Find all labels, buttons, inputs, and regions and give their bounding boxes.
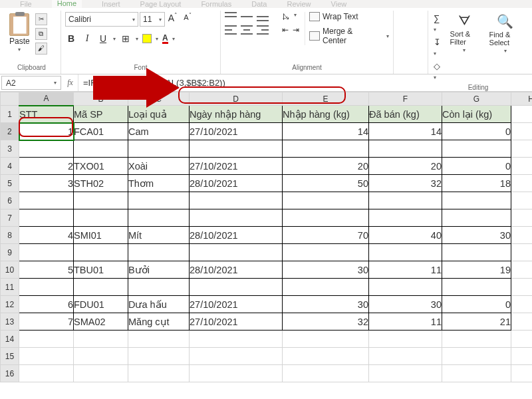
cell[interactable] xyxy=(74,192,128,209)
cell[interactable]: 40 xyxy=(369,227,442,244)
cell[interactable] xyxy=(190,140,283,158)
cell[interactable] xyxy=(283,140,369,158)
cell[interactable]: 70 xyxy=(283,227,369,244)
cut-icon[interactable]: ✂ xyxy=(35,13,47,25)
autosum-button[interactable]: ∑ ▾ xyxy=(434,13,444,33)
row-head[interactable]: 9 xyxy=(1,244,19,261)
cell[interactable] xyxy=(442,365,511,382)
cell[interactable] xyxy=(369,279,442,296)
header-cell[interactable]: Nhập hàng (kg) xyxy=(283,106,369,123)
col-head-F[interactable]: F xyxy=(369,92,442,106)
wrap-text-button[interactable]: Wrap Text xyxy=(309,12,389,21)
row-head[interactable]: 4 xyxy=(1,158,19,175)
align-bottom-icon[interactable] xyxy=(257,12,269,21)
col-head-H[interactable]: H xyxy=(511,92,533,106)
tab-file[interactable]: File xyxy=(20,0,32,8)
cell[interactable]: 0 xyxy=(442,158,511,175)
cell[interactable]: 5 xyxy=(19,261,74,279)
cell[interactable] xyxy=(19,331,74,348)
cell[interactable]: TBU01 xyxy=(74,261,128,279)
cell[interactable] xyxy=(283,209,369,227)
cell[interactable]: FCA01 xyxy=(74,123,128,140)
cell[interactable] xyxy=(128,140,190,158)
worksheet-grid[interactable]: A B C D E F G H 1 STT Mã SP Loại quả Ngà… xyxy=(0,92,532,382)
cell-A2[interactable]: 1 xyxy=(19,123,74,140)
cell[interactable]: Bưởi xyxy=(128,261,190,279)
copy-icon[interactable]: ⧉ xyxy=(35,28,47,40)
cell[interactable] xyxy=(283,244,369,261)
cell[interactable] xyxy=(442,192,511,209)
cell[interactable]: 27/10/2021 xyxy=(190,313,283,331)
cell[interactable]: 0 xyxy=(442,296,511,313)
cell[interactable] xyxy=(19,365,74,382)
cell[interactable] xyxy=(283,192,369,209)
header-cell[interactable]: STT xyxy=(19,106,74,123)
cell[interactable] xyxy=(511,261,533,279)
col-head-E[interactable]: E xyxy=(283,92,369,106)
cell[interactable]: Mít xyxy=(128,227,190,244)
cell[interactable] xyxy=(511,331,533,348)
cell[interactable]: 20 xyxy=(283,158,369,175)
cell[interactable] xyxy=(511,209,533,227)
cell[interactable]: 27/10/2021 xyxy=(190,123,283,140)
row-head[interactable]: 13 xyxy=(1,313,19,331)
cell[interactable] xyxy=(511,192,533,209)
align-right-icon[interactable] xyxy=(257,25,269,35)
cell[interactable] xyxy=(190,192,283,209)
find-select-button[interactable]: 🔍 Find & Select▾ xyxy=(487,12,524,55)
cell[interactable]: 50 xyxy=(283,175,369,192)
cell[interactable] xyxy=(19,209,74,227)
tab-insert[interactable]: Insert xyxy=(102,0,120,8)
cell[interactable] xyxy=(19,192,74,209)
cell[interactable] xyxy=(74,331,128,348)
clear-button[interactable]: ◇ ▾ xyxy=(434,61,444,81)
cell[interactable] xyxy=(190,279,283,296)
cell[interactable]: FDU01 xyxy=(74,296,128,313)
row-head[interactable]: 14 xyxy=(1,331,19,348)
cell[interactable] xyxy=(369,348,442,365)
cell[interactable] xyxy=(442,331,511,348)
cell[interactable]: 6 xyxy=(19,296,74,313)
cell[interactable]: SMI01 xyxy=(74,227,128,244)
borders-button[interactable]: ⊞ xyxy=(120,33,132,44)
decrease-font-icon[interactable]: A˅ xyxy=(181,12,194,27)
cell[interactable] xyxy=(128,365,190,382)
cell[interactable]: 11 xyxy=(369,313,442,331)
cell[interactable] xyxy=(283,331,369,348)
row-head[interactable]: 7 xyxy=(1,209,19,227)
cell[interactable]: 27/10/2021 xyxy=(190,296,283,313)
cell[interactable] xyxy=(128,244,190,261)
cell[interactable] xyxy=(283,279,369,296)
cell[interactable]: 30 xyxy=(442,227,511,244)
tab-page-layout[interactable]: Page Layout xyxy=(140,0,182,8)
cell[interactable] xyxy=(74,140,128,158)
tab-data[interactable]: Data xyxy=(251,0,267,8)
col-head-G[interactable]: G xyxy=(442,92,511,106)
cell[interactable] xyxy=(511,175,533,192)
cell[interactable] xyxy=(511,140,533,158)
cell[interactable] xyxy=(442,348,511,365)
cell[interactable] xyxy=(442,209,511,227)
cell[interactable]: Dưa hấu xyxy=(128,296,190,313)
cell[interactable] xyxy=(283,348,369,365)
cell[interactable]: 32 xyxy=(369,175,442,192)
row-head[interactable]: 11 xyxy=(1,279,19,296)
cell[interactable] xyxy=(128,192,190,209)
cell[interactable] xyxy=(128,209,190,227)
cell[interactable] xyxy=(511,123,533,140)
cell[interactable]: 30 xyxy=(283,296,369,313)
cell[interactable]: Thơm xyxy=(128,175,190,192)
select-all-corner[interactable] xyxy=(1,92,19,106)
increase-font-icon[interactable]: A˄ xyxy=(166,12,180,27)
cell[interactable] xyxy=(369,192,442,209)
tab-home[interactable]: Home xyxy=(52,0,82,8)
cell[interactable]: 28/10/2021 xyxy=(190,261,283,279)
row-head[interactable]: 6 xyxy=(1,192,19,209)
col-head-A[interactable]: A xyxy=(19,92,74,106)
cell[interactable]: Xoài xyxy=(128,158,190,175)
col-head-D[interactable]: D xyxy=(190,92,283,106)
cell[interactable] xyxy=(74,279,128,296)
tab-formulas[interactable]: Formulas xyxy=(201,0,231,8)
cell[interactable]: 7 xyxy=(19,313,74,331)
decrease-indent-icon[interactable]: ⇤ xyxy=(282,25,289,35)
